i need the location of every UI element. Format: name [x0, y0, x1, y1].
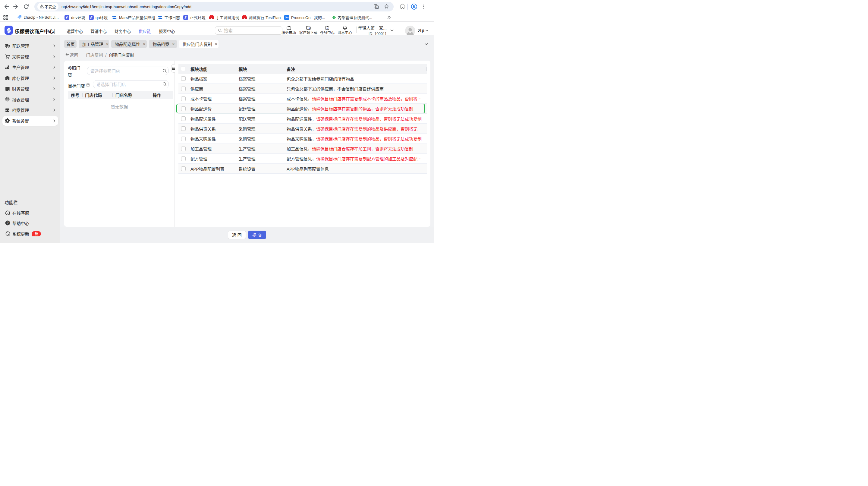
- svg-text:文: 文: [376, 6, 378, 9]
- svg-text:G: G: [375, 4, 376, 6]
- svg-text:?: ?: [7, 221, 8, 224]
